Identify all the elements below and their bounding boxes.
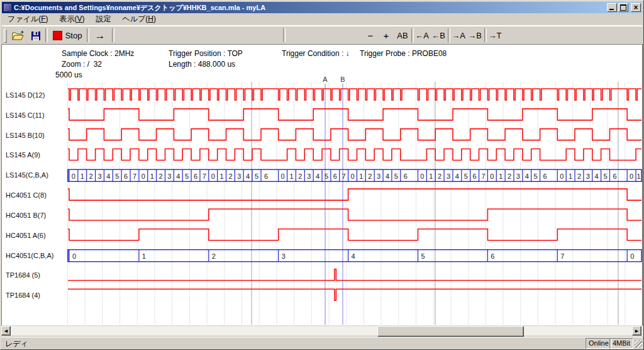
bus-cell-value: 0 bbox=[211, 172, 215, 180]
bus-cell-value: 3 bbox=[97, 172, 101, 180]
channel-label: TP1684 (4) bbox=[6, 291, 66, 299]
bus-cell-value: 0 bbox=[420, 172, 424, 180]
channel-label: HC4051 A(6) bbox=[6, 232, 66, 239]
bus-cell-value: 3 bbox=[237, 172, 241, 180]
bus-cell-value: 3 bbox=[447, 172, 450, 180]
bus-cell-value: 5 bbox=[255, 172, 258, 180]
bus-cell-value: 1 bbox=[289, 172, 293, 180]
channel-label: TP1684 (5) bbox=[6, 271, 66, 279]
bus-cell-value: 7 bbox=[481, 172, 485, 180]
bus-cell-value: 5 bbox=[534, 172, 538, 180]
bus-cell-value: 5 bbox=[394, 172, 398, 180]
bus-cell-value: 0 bbox=[281, 172, 285, 180]
bus-cell-value: 0 bbox=[72, 252, 76, 260]
bus-cell-value: 5 bbox=[325, 172, 328, 180]
bus-cell-value: 2 bbox=[212, 252, 216, 260]
bus-cell-value: 1 bbox=[636, 172, 640, 180]
bus-cell-value: 4 bbox=[246, 172, 250, 180]
channel-label: HC4051 B(7) bbox=[6, 212, 66, 219]
bus-cell-value: 5 bbox=[115, 172, 119, 180]
channel-label: LS145(C,B,A) bbox=[6, 171, 66, 179]
bus-cell-value: 2 bbox=[438, 172, 441, 180]
timebase-label: 5000 us bbox=[55, 71, 82, 79]
bus-cell-value: 7 bbox=[203, 172, 206, 180]
bus-cell-value: 0 bbox=[490, 172, 494, 180]
bus-cell-value: 3 bbox=[282, 252, 286, 260]
bus-cell-value: 1 bbox=[429, 172, 433, 180]
cursor-label-A: A bbox=[322, 76, 328, 83]
bus-cell-value: 1 bbox=[150, 172, 154, 180]
bus-cell-value: 0 bbox=[350, 172, 354, 180]
bus-cell-value: 2 bbox=[577, 172, 581, 180]
bus-cell-value: 1 bbox=[569, 172, 572, 180]
bus-cell-value: 4 bbox=[352, 252, 355, 260]
bus-cell-value: 5 bbox=[421, 252, 425, 260]
bus-cell-value: 2 bbox=[368, 172, 372, 180]
zoom-info: Zoom : / 32 bbox=[62, 60, 102, 69]
trigger-position-info: Trigger Position : TOP bbox=[169, 49, 243, 58]
bus-cell-value: 2 bbox=[89, 172, 93, 180]
bus-cell-value: 1 bbox=[80, 172, 84, 180]
bus-cell-value: 5 bbox=[603, 172, 607, 180]
bus-cell-value: 5 bbox=[464, 172, 468, 180]
bus-cell-value: 4 bbox=[455, 172, 459, 180]
bus-cell-value: 2 bbox=[508, 172, 511, 180]
channel-label: HC4051 C(8) bbox=[6, 191, 66, 199]
bus-cell-value: 0 bbox=[72, 172, 75, 180]
channel-label: LS145 A(9) bbox=[6, 151, 66, 159]
bus-cell-value: 6 bbox=[124, 172, 128, 180]
bus-cell-value: 5 bbox=[185, 172, 189, 180]
bus-cell-value: 4 bbox=[386, 172, 389, 180]
bus-cell-value: 0 bbox=[630, 172, 633, 180]
bus-cell-value: 6 bbox=[264, 172, 268, 180]
bus-cell-value: 4 bbox=[525, 172, 529, 180]
bus-cell-value: 6 bbox=[473, 172, 477, 180]
bus-cell-value: 4 bbox=[176, 172, 180, 180]
bus-cell-value: 3 bbox=[586, 172, 590, 180]
bus-cell-value: 2 bbox=[158, 172, 162, 180]
bus-cell-value: 7 bbox=[133, 172, 136, 180]
bus-cell-value: 1 bbox=[220, 172, 224, 180]
channel-label: LS145 B(10) bbox=[6, 132, 66, 139]
bus-cell-value: 0 bbox=[630, 252, 634, 260]
bus-cell-value: 4 bbox=[595, 172, 599, 180]
bus-cell-value: 1 bbox=[142, 252, 146, 260]
length-info: Length : 488.000 us bbox=[169, 60, 235, 69]
bus-cell-value: 6 bbox=[333, 172, 337, 180]
bus-cell-value: 1 bbox=[499, 172, 502, 180]
channel-label: HC4051(C,B,A) bbox=[6, 252, 66, 259]
bus-cell-value: 0 bbox=[142, 172, 145, 180]
trigger-condition-info: Trigger Condition : ↓ bbox=[282, 49, 350, 58]
bus-cell-value: 6 bbox=[404, 172, 408, 180]
cursor-label-B: B bbox=[340, 76, 346, 83]
bus-cell-value: 3 bbox=[307, 172, 311, 180]
bus-cell-value: 2 bbox=[228, 172, 232, 180]
bus-cell-value: 0 bbox=[560, 172, 564, 180]
bus-cell-value: 6 bbox=[543, 172, 547, 180]
channel-label: LS145 C(11) bbox=[6, 111, 66, 119]
bus-cell-value: 3 bbox=[167, 172, 171, 180]
bus-cell-value: 6 bbox=[491, 252, 494, 260]
bus-cell-value: 2 bbox=[298, 172, 302, 180]
bus-cell-value: 7 bbox=[342, 172, 346, 180]
bus-cell-value: 3 bbox=[377, 172, 380, 180]
bus-cell-value: 4 bbox=[316, 172, 319, 180]
sample-clock-info: Sample Clock : 2MHz bbox=[62, 49, 134, 58]
bus-cell-value: 6 bbox=[194, 172, 197, 180]
trigger-probe-info: Trigger Probe : PROBE08 bbox=[360, 49, 447, 58]
channel-label: LS145 D(12) bbox=[6, 91, 66, 99]
bus-cell-value: 7 bbox=[560, 252, 564, 260]
bus-cell-value: 4 bbox=[106, 172, 110, 180]
bus-cell-value: 1 bbox=[359, 172, 363, 180]
bus-cell-value: 3 bbox=[516, 172, 520, 180]
bus-cell-value: 6 bbox=[613, 172, 616, 180]
